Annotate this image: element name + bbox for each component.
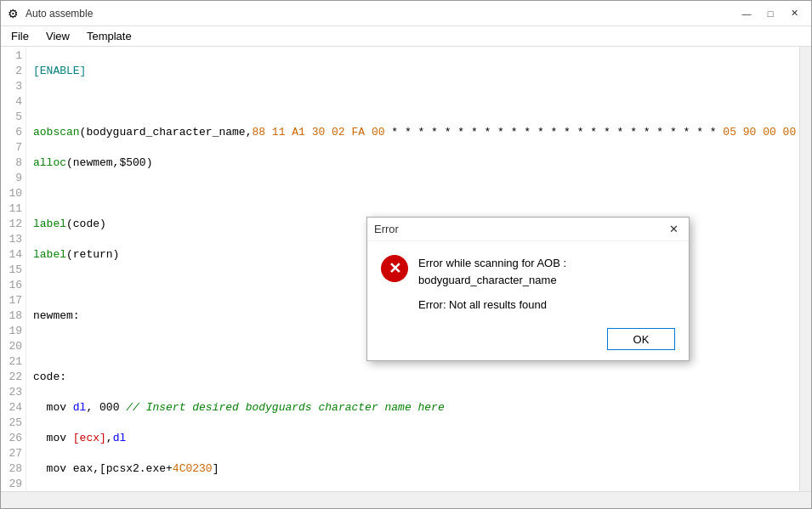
menu-view[interactable]: View: [39, 28, 77, 44]
editor-area: 12345 678910 1112131415 1617181920 21222…: [1, 47, 811, 491]
title-bar-controls: — □ ✕: [736, 5, 804, 22]
error-x-symbol: ✕: [389, 259, 401, 278]
window-title: Auto assemble: [26, 8, 93, 20]
dialog-message-line2: bodyguard_character_name: [418, 272, 566, 289]
dialog-close-button[interactable]: ✕: [665, 221, 682, 238]
dialog-footer: OK: [367, 321, 689, 360]
dialog-title: Error: [374, 223, 399, 235]
app-icon: ⚙: [8, 7, 19, 20]
main-window: ⚙ Auto assemble — □ ✕ File View Template…: [0, 0, 812, 509]
title-bar-left: ⚙ Auto assemble: [8, 7, 93, 20]
menu-bar: File View Template: [1, 26, 811, 47]
dialog-message-line1: Error while scanning for AOB :: [418, 255, 566, 272]
status-bar: [1, 491, 811, 508]
dialog-title-bar: Error ✕: [367, 218, 689, 241]
error-icon: ✕: [381, 255, 408, 282]
minimize-button[interactable]: —: [736, 5, 757, 22]
dialog-extra-message: Error: Not all results found: [381, 298, 675, 311]
close-button[interactable]: ✕: [784, 5, 804, 22]
error-dialog: Error ✕ ✕ Error while scanning for AOB :…: [366, 217, 690, 361]
dialog-body: ✕ Error while scanning for AOB : bodygua…: [367, 241, 689, 321]
vertical-scrollbar[interactable]: [799, 47, 811, 491]
title-bar: ⚙ Auto assemble — □ ✕: [1, 1, 811, 26]
ok-button[interactable]: OK: [607, 328, 675, 350]
menu-template[interactable]: Template: [80, 28, 139, 44]
dialog-message: Error while scanning for AOB : bodyguard…: [418, 255, 566, 288]
maximize-button[interactable]: □: [760, 5, 781, 22]
dialog-content-row: ✕ Error while scanning for AOB : bodygua…: [381, 255, 675, 288]
menu-file[interactable]: File: [4, 28, 36, 44]
line-numbers: 12345 678910 1112131415 1617181920 21222…: [1, 47, 26, 491]
